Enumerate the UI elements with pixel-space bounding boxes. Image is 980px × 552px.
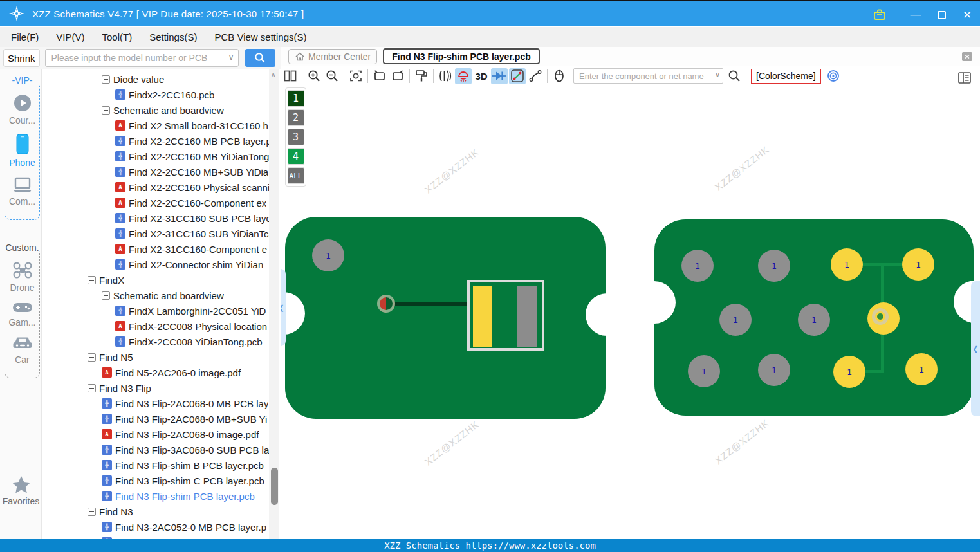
tree-file[interactable]: ╬Find N3 Flip-2AC068-0 MB PCB lay <box>42 396 269 411</box>
close-panel-icon[interactable] <box>961 51 974 62</box>
tree-collapse-handle[interactable]: ❮ <box>281 269 286 346</box>
search-button[interactable] <box>245 49 275 67</box>
tree-scrollbar[interactable]: ∧ <box>269 69 279 539</box>
tree-file[interactable]: ╬Find N3 Flip-2AC068-0 MB+SUB Yi <box>42 411 269 427</box>
tree-file[interactable]: ╬FindX Lamborghini-2CC051 YiD <box>42 303 269 318</box>
license-briefcase-icon[interactable] <box>873 8 887 22</box>
tree-file[interactable]: ╬Find N3 Flip-shim PCB layer.pcb <box>42 488 269 504</box>
tree-node[interactable]: Diode value <box>42 71 269 87</box>
menu-item-file-f[interactable]: File(F) <box>11 32 39 42</box>
tree-file[interactable]: AFind N5-2AC206-0 image.pdf <box>42 365 269 380</box>
right-panel-handle[interactable]: ❮ <box>971 281 980 416</box>
pcb-pad-gray[interactable]: 1 <box>681 250 714 282</box>
tree-file[interactable]: AFind N3 Flip-2AC068-0 image.pdf <box>42 427 269 442</box>
collapse-icon[interactable] <box>88 353 96 362</box>
paint-roller-button[interactable] <box>413 68 430 84</box>
pcb-pad-gray[interactable]: 1 <box>688 355 720 387</box>
tree-node[interactable]: Find N3 Flip <box>42 380 269 396</box>
tree-node[interactable]: Find N3 <box>42 504 269 519</box>
pcb-pad-gray[interactable]: 1 <box>312 239 344 271</box>
tree-file[interactable]: AFind X2-2CC160-Component ex <box>42 195 269 210</box>
pcb-pad-yellow[interactable]: 1 <box>833 356 865 388</box>
tree-file[interactable]: AFindX-2CC008 Physical location <box>42 318 269 334</box>
tree-node[interactable]: Schematic and boardview <box>42 288 269 303</box>
collapse-icon[interactable] <box>102 291 110 300</box>
layer-button-3[interactable]: 3 <box>288 129 304 145</box>
headlight-button[interactable] <box>455 68 472 84</box>
tree-file[interactable]: AFind X2 Small board-31CC160 h <box>42 118 269 133</box>
rail-item-drone[interactable]: Drone <box>5 261 39 293</box>
tree-file[interactable]: AFind X2-31CC160-Component e <box>42 241 269 257</box>
layer-button-1[interactable]: 1 <box>288 90 304 107</box>
rail-item-cour[interactable]: Cour... <box>5 93 39 125</box>
diode-tool-button[interactable] <box>491 68 508 84</box>
tree-node[interactable]: FindX <box>42 272 269 288</box>
tree-file[interactable]: ╬Find N3 Flip-3AC068-0 SUB PCB la <box>42 442 269 457</box>
layer-button-all[interactable]: ALL <box>288 167 304 184</box>
pcb-trace[interactable] <box>385 302 470 306</box>
pcb-pad-yellow[interactable]: 1 <box>902 248 934 281</box>
tree-file[interactable]: ╬Find N3 Flip-shim B PCB layer.pcb <box>42 457 269 473</box>
tree-node[interactable]: Find N5 <box>42 349 269 365</box>
tree-file[interactable]: ╬Find X2-2CC160 MB+SUB YiDia <box>42 164 269 179</box>
via-left-board[interactable] <box>377 295 395 313</box>
pcb-pad-yellow[interactable]: 1 <box>831 248 863 281</box>
mirror-flip-button[interactable] <box>437 68 454 84</box>
3d-view-button[interactable]: 3D <box>473 68 490 84</box>
net-search-input[interactable] <box>573 68 723 84</box>
collapse-icon[interactable] <box>102 106 110 115</box>
rail-item-com[interactable]: Com... <box>5 176 39 207</box>
eye-view-button[interactable] <box>825 68 842 84</box>
tree-node[interactable]: Schematic and boardview <box>42 102 269 118</box>
zoom-out-button[interactable] <box>324 68 340 84</box>
rail-item-gam[interactable]: Gam... <box>5 300 39 327</box>
menu-item-settings-s[interactable]: Settings(S) <box>149 32 197 42</box>
via-right-board[interactable] <box>872 308 889 325</box>
tree-file[interactable]: ╬Find N3 Flip-shim C PCB layer.pcb <box>42 473 269 488</box>
split-view-button[interactable] <box>282 68 299 84</box>
layer-panel-toggle-button[interactable] <box>956 69 973 86</box>
tree-file[interactable]: ╬Find N3-2AC052-0 MB PCB layer.p <box>42 519 269 535</box>
rail-item-car[interactable]: Car <box>5 335 39 365</box>
fit-view-button[interactable] <box>347 68 364 84</box>
mouse-mode-button[interactable] <box>551 68 568 84</box>
collapse-icon[interactable] <box>102 75 110 84</box>
pcb-component[interactable] <box>467 280 544 351</box>
tree-file[interactable]: ╬Find X2-Connector shim YiDian <box>42 257 269 272</box>
collapse-icon[interactable] <box>88 384 96 392</box>
tree-file[interactable]: ╬Find X2-31CC160 SUB YiDianTc <box>42 226 269 241</box>
rotate-right-button[interactable] <box>389 68 406 84</box>
net-search-button[interactable] <box>726 68 743 84</box>
zoom-in-button[interactable] <box>306 68 322 84</box>
menu-item-vip-v[interactable]: VIP(V) <box>56 32 84 42</box>
rotate-left-button[interactable] <box>371 68 388 84</box>
tree-scrollbar-thumb[interactable] <box>271 468 278 505</box>
pcb-canvas[interactable]: 1234ALL 1 11111111111 XZZ@XZZHKXZZ@XZZHK… <box>281 86 980 539</box>
collapse-icon[interactable] <box>88 276 96 284</box>
model-search-input[interactable] <box>45 49 239 67</box>
layer-button-4[interactable]: 4 <box>288 148 304 165</box>
rail-item-phone[interactable]: Phone <box>5 133 39 168</box>
scrollbar-up-icon[interactable]: ∧ <box>271 71 275 78</box>
net-input-dropdown-icon[interactable]: ∨ <box>715 71 720 79</box>
pcb-pad-gray[interactable]: 1 <box>758 250 790 282</box>
minimize-button[interactable]: — <box>903 3 929 27</box>
tree-file[interactable]: ╬Find X2-31CC160 SUB PCB laye <box>42 210 269 226</box>
member-center-tab[interactable]: Member Center <box>288 49 377 64</box>
layer-button-2[interactable]: 2 <box>288 109 304 126</box>
close-button[interactable]: ✕ <box>954 3 980 27</box>
colorscheme-button[interactable]: [ColorScheme] <box>751 69 821 84</box>
tree-file[interactable]: AFind X2-2CC160 Physical scanni <box>42 179 269 195</box>
tree-file[interactable]: ╬Findx2-2CC160.pcb <box>42 87 269 102</box>
tree-file[interactable]: ╬Find X2-2CC160 MB YiDianTong <box>42 149 269 164</box>
pcb-pad-yellow[interactable]: 1 <box>905 353 938 385</box>
pcb-pad-gray[interactable]: 1 <box>719 304 752 336</box>
pcb-pad-gray[interactable]: 1 <box>798 304 830 336</box>
tree-file[interactable]: ╬Find N3-2AC052-0 MB+SUB YiD <box>42 535 269 539</box>
menu-item-tool-t[interactable]: Tool(T) <box>102 32 133 42</box>
shrink-button[interactable]: Shrink <box>3 49 40 67</box>
collapse-icon[interactable] <box>88 508 96 516</box>
favorites-button[interactable]: Favorites <box>0 475 42 506</box>
tree-file[interactable]: ╬FindX-2CC008 YiDianTong.pcb <box>42 334 269 349</box>
model-input-dropdown-icon[interactable]: ∨ <box>228 53 234 62</box>
